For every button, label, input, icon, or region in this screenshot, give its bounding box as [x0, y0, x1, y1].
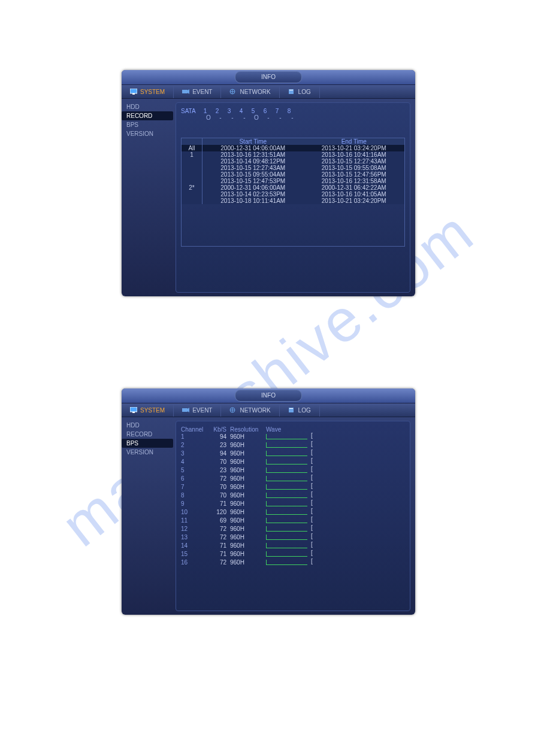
wave-icon — [266, 442, 307, 448]
cell-kbs: 94 — [211, 433, 226, 441]
tab-log[interactable]: LOG — [280, 403, 320, 417]
svg-rect-1 — [132, 93, 135, 95]
cell-kbs: 23 — [211, 441, 226, 450]
cell-channel: 6 — [181, 475, 207, 483]
svg-rect-6 — [289, 90, 293, 90]
cell-wave — [266, 542, 314, 550]
table-row[interactable]: 12013-10-16 12:31:51AM2013-10-16 10:41:1… — [182, 151, 404, 158]
sidebar-item-bps[interactable]: BPS — [122, 120, 173, 129]
cell-wave — [266, 450, 314, 458]
monitor-icon — [130, 89, 137, 95]
wave-icon — [266, 501, 307, 506]
cell-resolution: 960H — [230, 558, 262, 567]
cell-channel: 9 — [181, 500, 207, 508]
cell-wave — [266, 441, 314, 450]
cell-kbs: 72 — [211, 533, 226, 542]
bps-row: 223960H — [181, 441, 405, 450]
record-table: Start Time End Time All2000-12-31 04:06:… — [181, 138, 405, 247]
toolbar: SYSTEM EVENT NETWORK LOG — [122, 403, 415, 417]
title: INFO — [235, 390, 302, 402]
sidebar-item-version[interactable]: VERSION — [122, 129, 173, 138]
cell-channel: 13 — [181, 533, 207, 542]
table-row[interactable]: 2013-10-15 12:27:43AM2013-10-15 09:55:08… — [182, 165, 404, 171]
cell-channel: 10 — [181, 508, 207, 517]
row-id: 2* — [182, 184, 202, 191]
sata-status: - — [230, 114, 235, 121]
bps-row: 971960H — [181, 500, 405, 508]
tab-system[interactable]: SYSTEM — [122, 403, 174, 417]
cell-resolution: 960H — [230, 500, 262, 508]
bps-row: 394960H — [181, 450, 405, 458]
cell-resolution: 960H — [230, 433, 262, 441]
table-row[interactable]: 2013-10-15 12:47:53PM2013-10-16 12:31:58… — [182, 178, 404, 184]
content-panel: Channel Kb/S Resolution Wave 194960H2239… — [176, 421, 410, 611]
sata-status: - — [218, 114, 223, 121]
cell-resolution: 960H — [230, 483, 262, 491]
info-window-bps: INFO SYSTEM EVENT NETWORK LOG HDD RECORD… — [122, 388, 415, 615]
log-icon — [288, 89, 295, 95]
cell-wave — [266, 533, 314, 542]
sata-status: - — [266, 114, 271, 121]
tab-event[interactable]: EVENT — [174, 403, 221, 417]
sidebar-item-record[interactable]: RECORD — [122, 430, 173, 439]
header-blank — [182, 138, 202, 145]
table-row[interactable]: 2013-10-14 09:48:12PM2013-10-15 12:27:43… — [182, 158, 404, 165]
cell-resolution: 960H — [230, 508, 262, 517]
svg-rect-13 — [289, 408, 293, 409]
cell-kbs: 94 — [211, 450, 226, 458]
sidebar-item-bps[interactable]: BPS — [122, 439, 173, 448]
sidebar-item-hdd[interactable]: HDD — [122, 102, 173, 111]
tab-log[interactable]: LOG — [280, 85, 320, 98]
sidebar-item-record[interactable]: RECORD — [122, 111, 173, 120]
bps-row: 1372960H — [181, 533, 405, 542]
table-row[interactable]: 2013-10-18 10:11:41AM2013-10-21 03:24:20… — [182, 198, 404, 204]
cell-wave — [266, 500, 314, 508]
bps-row: 1471960H — [181, 542, 405, 550]
row-start: 2013-10-15 09:55:04AM — [202, 171, 304, 178]
table-row[interactable]: All2000-12-31 04:06:00AM2013-10-21 03:24… — [182, 145, 404, 151]
cell-resolution: 960H — [230, 525, 262, 533]
tab-network[interactable]: NETWORK — [221, 403, 279, 417]
tab-system[interactable]: SYSTEM — [122, 85, 174, 98]
bps-row: 194960H — [181, 433, 405, 441]
sata-status: O — [206, 114, 211, 121]
table-row[interactable]: 2013-10-15 09:55:04AM2013-10-15 12:47:56… — [182, 171, 404, 178]
row-id — [182, 171, 202, 178]
content-panel: SATA 1 2 3 4 5 6 7 8 O - - - O - - - — [176, 102, 410, 293]
toolbar: SYSTEM EVENT NETWORK LOG — [122, 85, 415, 99]
sata-num: 2 — [215, 108, 220, 114]
cell-wave — [266, 558, 314, 567]
wave-icon — [266, 535, 307, 540]
globe-icon — [229, 89, 237, 95]
bps-row: 1672960H — [181, 558, 405, 567]
header-resolution: Resolution — [230, 426, 262, 433]
cell-kbs: 72 — [211, 558, 226, 567]
row-start: 2013-10-15 12:27:43AM — [202, 165, 304, 171]
table-row[interactable]: 2013-10-14 02:23:53PM2013-10-16 10:41:05… — [182, 191, 404, 198]
tab-label: NETWORK — [240, 89, 270, 95]
bps-header-row: Channel Kb/S Resolution Wave — [181, 426, 405, 433]
row-id — [182, 178, 202, 184]
sidebar-item-hdd[interactable]: HDD — [122, 421, 173, 430]
log-icon — [288, 407, 295, 413]
sata-num: 4 — [239, 108, 244, 114]
cell-channel: 14 — [181, 542, 207, 550]
row-start: 2000-12-31 04:06:00AM — [202, 145, 304, 151]
row-start: 2013-10-18 10:11:41AM — [202, 198, 304, 204]
sidebar: HDD RECORD BPS VERSION — [122, 417, 173, 615]
row-end: 2013-10-15 12:47:56PM — [304, 171, 405, 178]
cell-channel: 16 — [181, 558, 207, 567]
table-row[interactable]: 2*2000-12-31 04:06:00AM2000-12-31 06:42:… — [182, 184, 404, 191]
tab-event[interactable]: EVENT — [174, 85, 221, 98]
sidebar-item-version[interactable]: VERSION — [122, 448, 173, 457]
bps-row: 470960H — [181, 458, 405, 466]
cell-channel: 3 — [181, 450, 207, 458]
cell-kbs: 71 — [211, 500, 226, 508]
tab-network[interactable]: NETWORK — [221, 85, 279, 98]
wave-icon — [266, 509, 307, 515]
cell-resolution: 960H — [230, 542, 262, 550]
sidebar: HDD RECORD BPS VERSION — [122, 99, 173, 296]
cell-resolution: 960H — [230, 441, 262, 450]
svg-rect-7 — [130, 407, 137, 412]
row-end: 2013-10-16 10:41:16AM — [304, 151, 405, 158]
